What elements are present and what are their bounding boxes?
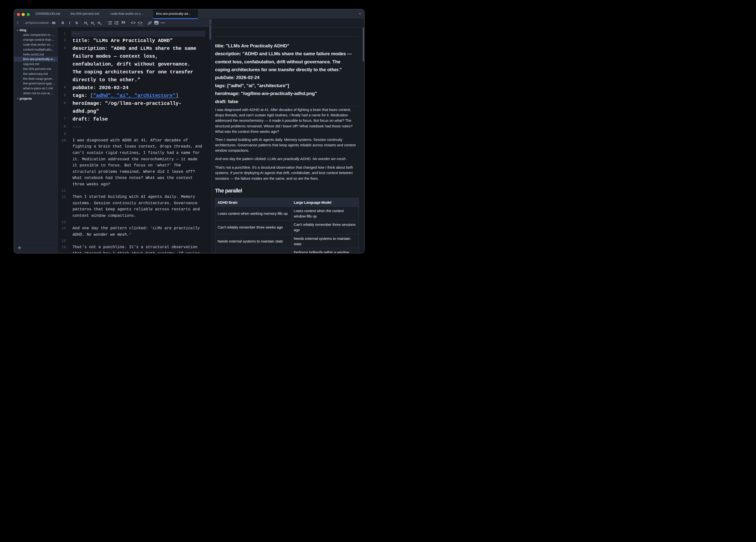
svg-text:3: 3 (114, 23, 115, 25)
